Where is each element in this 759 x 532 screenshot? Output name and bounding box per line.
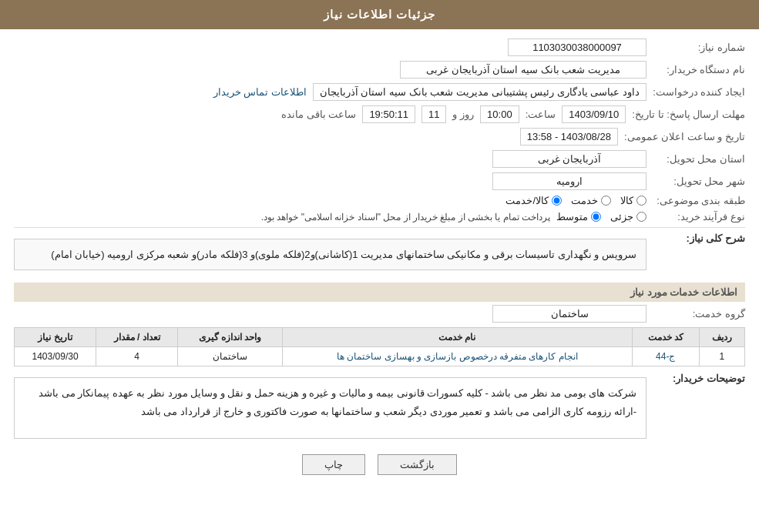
niaaz-number-value: 1103030038000097 xyxy=(508,38,646,56)
table-header-date: تاریخ نیاز xyxy=(15,328,96,347)
province-value: آذربایجان غربی xyxy=(492,150,646,168)
buyer-notes-label: توضیحات خریدار: xyxy=(653,373,745,384)
province-label: استان محل تحویل: xyxy=(653,153,745,165)
requester-link[interactable]: اطلاعات تماس خریدار xyxy=(213,86,307,98)
category-radio-kala[interactable] xyxy=(636,196,646,206)
table-header-index: ردیف xyxy=(699,328,744,347)
table-cell-unit: ساختمان xyxy=(178,347,283,366)
process-radio-jozii[interactable] xyxy=(636,212,646,222)
table-cell-index: 1 xyxy=(699,347,744,366)
deadline-remaining: 19:50:11 xyxy=(362,105,415,123)
page-title: جزئیات اطلاعات نیاز xyxy=(0,0,759,29)
category-radio-khedmat[interactable] xyxy=(601,196,611,206)
deadline-time: 10:00 xyxy=(480,105,519,123)
category-khedmat-label: خدمت xyxy=(571,195,598,206)
back-button[interactable]: بازگشت xyxy=(378,454,457,475)
services-section-title: اطلاعات خدمات مورد نیاز xyxy=(14,283,745,302)
process-radio-motavaset[interactable] xyxy=(591,212,601,222)
buyer-name-value: مدیریت شعب بانک سیه استان آذربایجان غربی xyxy=(400,61,646,79)
services-table: ردیف کد خدمت نام خدمت واحد اندازه گیری ت… xyxy=(14,327,745,366)
process-description: پرداخت تمام یا بخشی از مبلغ خریدار از مح… xyxy=(261,212,550,223)
process-jozii-label: جزئی xyxy=(610,211,633,223)
category-radio-group: کالا خدمت کالا/خدمت xyxy=(505,195,646,206)
table-cell-qty: 4 xyxy=(96,347,178,366)
table-cell-date: 1403/09/30 xyxy=(15,347,96,366)
table-cell-code: ج-44 xyxy=(632,347,699,366)
button-row: بازگشت چاپ xyxy=(14,454,745,475)
category-kala-khedmat-label: کالا/خدمت xyxy=(505,195,549,206)
announcement-label: تاریخ و ساعت اعلان عمومی: xyxy=(624,131,745,142)
description-value: سرویس و نگهداری تاسیسات برقی و مکانیکی س… xyxy=(14,239,646,270)
table-row: 1 ج-44 انجام کارهای متفرقه درخصوص بازساز… xyxy=(15,347,745,366)
buyer-notes-value: شرکت های بومی مد نظر می باشد - کلیه کسور… xyxy=(14,377,646,439)
table-header-unit: واحد اندازه گیری xyxy=(178,328,283,347)
deadline-day-label: روز و xyxy=(452,109,474,120)
table-cell-name: انجام کارهای متفرقه درخصوص بازسازی و بهس… xyxy=(282,347,632,366)
city-value: ارومیه xyxy=(492,172,646,190)
deadline-days: 11 xyxy=(421,105,446,123)
description-label: شرح کلی نیاز: xyxy=(653,233,745,244)
niaaz-number-label: شماره نیاز: xyxy=(653,42,745,53)
deadline-date: 1403/09/10 xyxy=(562,105,626,123)
requester-label: ایجاد کننده درخواست: xyxy=(653,86,745,98)
process-label: نوع فرآیند خرید: xyxy=(653,211,745,223)
city-label: شهر محل تحویل: xyxy=(653,176,745,187)
process-radio-group: جزئی متوسط xyxy=(556,211,646,223)
deadline-time-label: ساعت: xyxy=(526,109,556,120)
service-group-label: گروه خدمت: xyxy=(653,308,745,320)
requester-value: داود عباسی یادگاری رئیس پشتیبانی مدیریت … xyxy=(313,83,646,101)
service-group-value: ساختمان xyxy=(492,305,646,323)
print-button[interactable]: چاپ xyxy=(302,454,365,475)
deadline-remaining-label: ساعت باقی مانده xyxy=(281,109,356,120)
table-header-qty: تعداد / مقدار xyxy=(96,328,178,347)
table-header-code: کد خدمت xyxy=(632,328,699,347)
process-motavaset-label: متوسط xyxy=(556,211,588,223)
buyer-name-label: نام دستگاه خریدار: xyxy=(653,64,745,75)
category-kala-label: کالا xyxy=(620,195,633,206)
deadline-label: مهلت ارسال پاسخ: تا تاریخ: xyxy=(632,109,745,120)
table-header-name: نام خدمت xyxy=(282,328,632,347)
category-label: طبقه بندی موضوعی: xyxy=(653,195,745,206)
category-radio-kala-khedmat[interactable] xyxy=(552,196,562,206)
announcement-value: 1403/08/28 - 13:58 xyxy=(520,128,618,146)
